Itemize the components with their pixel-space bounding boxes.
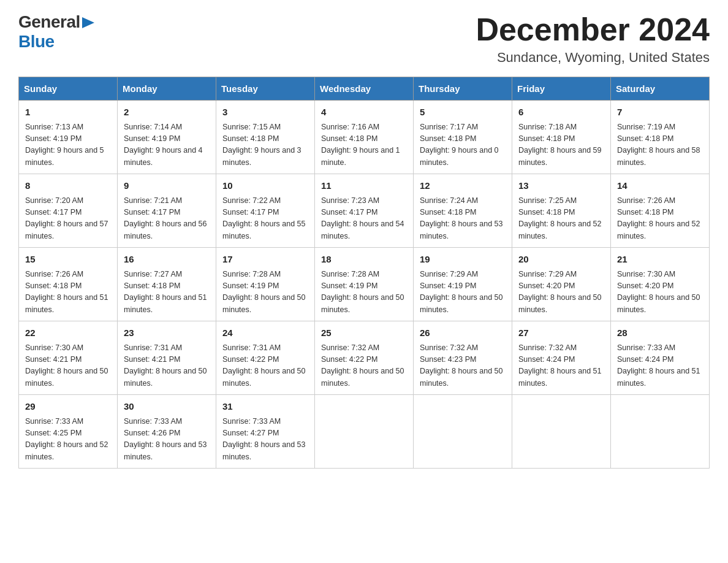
day-number: 7 (617, 105, 703, 120)
calendar-cell: 28Sunrise: 7:33 AMSunset: 4:24 PMDayligh… (611, 321, 710, 395)
calendar-cell (315, 395, 414, 469)
day-number: 11 (321, 179, 407, 193)
day-number: 5 (420, 105, 506, 120)
day-info: Sunrise: 7:19 AMSunset: 4:18 PMDaylight:… (617, 121, 703, 169)
day-info: Sunrise: 7:24 AMSunset: 4:18 PMDaylight:… (420, 195, 506, 243)
day-number: 21 (617, 253, 703, 267)
day-info: Sunrise: 7:29 AMSunset: 4:19 PMDaylight:… (420, 269, 506, 316)
day-number: 12 (420, 179, 506, 193)
weekday-header-monday: Monday (118, 77, 216, 101)
calendar-header-row: SundayMondayTuesdayWednesdayThursdayFrid… (19, 77, 710, 101)
day-info: Sunrise: 7:28 AMSunset: 4:19 PMDaylight:… (222, 269, 308, 316)
day-number: 25 (321, 326, 407, 340)
calendar-cell: 11Sunrise: 7:23 AMSunset: 4:17 PMDayligh… (315, 174, 414, 248)
calendar-cell: 26Sunrise: 7:32 AMSunset: 4:23 PMDayligh… (414, 321, 512, 395)
day-number: 2 (124, 105, 210, 120)
calendar-cell: 22Sunrise: 7:30 AMSunset: 4:21 PMDayligh… (19, 321, 118, 395)
day-info: Sunrise: 7:32 AMSunset: 4:24 PMDaylight:… (518, 342, 604, 390)
day-number: 22 (25, 326, 111, 340)
calendar-cell (611, 395, 710, 469)
day-info: Sunrise: 7:15 AMSunset: 4:18 PMDaylight:… (222, 121, 308, 169)
logo-flag-icon (82, 17, 94, 28)
day-info: Sunrise: 7:33 AMSunset: 4:24 PMDaylight:… (617, 342, 703, 390)
day-number: 23 (124, 326, 210, 340)
calendar-cell: 16Sunrise: 7:27 AMSunset: 4:18 PMDayligh… (118, 248, 216, 321)
calendar-cell: 13Sunrise: 7:25 AMSunset: 4:18 PMDayligh… (512, 174, 611, 248)
day-info: Sunrise: 7:33 AMSunset: 4:26 PMDaylight:… (124, 416, 210, 464)
calendar-cell: 1Sunrise: 7:13 AMSunset: 4:19 PMDaylight… (19, 101, 118, 174)
location: Sundance, Wyoming, United States (476, 50, 710, 66)
day-number: 1 (25, 105, 111, 120)
day-number: 18 (321, 253, 407, 267)
day-number: 20 (518, 253, 604, 267)
logo-general: General (18, 12, 80, 32)
day-number: 31 (222, 400, 308, 414)
day-number: 17 (222, 253, 308, 267)
calendar-week-4: 22Sunrise: 7:30 AMSunset: 4:21 PMDayligh… (19, 321, 710, 395)
calendar-cell: 7Sunrise: 7:19 AMSunset: 4:18 PMDaylight… (611, 101, 710, 174)
day-number: 27 (518, 326, 604, 340)
weekday-header-friday: Friday (512, 77, 611, 101)
calendar-week-1: 1Sunrise: 7:13 AMSunset: 4:19 PMDaylight… (19, 101, 710, 174)
day-info: Sunrise: 7:17 AMSunset: 4:18 PMDaylight:… (420, 121, 506, 169)
day-info: Sunrise: 7:14 AMSunset: 4:19 PMDaylight:… (124, 121, 210, 169)
weekday-header-sunday: Sunday (19, 77, 118, 101)
calendar-cell: 17Sunrise: 7:28 AMSunset: 4:19 PMDayligh… (216, 248, 315, 321)
day-number: 29 (25, 400, 111, 414)
day-info: Sunrise: 7:21 AMSunset: 4:17 PMDaylight:… (124, 195, 210, 243)
calendar-cell: 6Sunrise: 7:18 AMSunset: 4:18 PMDaylight… (512, 101, 611, 174)
weekday-header-saturday: Saturday (611, 77, 710, 101)
day-info: Sunrise: 7:16 AMSunset: 4:18 PMDaylight:… (321, 121, 407, 169)
calendar-cell: 10Sunrise: 7:22 AMSunset: 4:17 PMDayligh… (216, 174, 315, 248)
day-info: Sunrise: 7:13 AMSunset: 4:19 PMDaylight:… (25, 121, 111, 169)
logo-blue: Blue (18, 32, 55, 51)
day-number: 6 (518, 105, 604, 120)
day-info: Sunrise: 7:23 AMSunset: 4:17 PMDaylight:… (321, 195, 407, 243)
day-number: 30 (124, 400, 210, 414)
day-number: 28 (617, 326, 703, 340)
day-number: 14 (617, 179, 703, 193)
day-info: Sunrise: 7:20 AMSunset: 4:17 PMDaylight:… (25, 195, 111, 243)
logo: General Blue (18, 12, 94, 52)
day-number: 9 (124, 179, 210, 193)
day-info: Sunrise: 7:31 AMSunset: 4:21 PMDaylight:… (124, 342, 210, 390)
calendar-cell: 5Sunrise: 7:17 AMSunset: 4:18 PMDaylight… (414, 101, 512, 174)
weekday-header-thursday: Thursday (414, 77, 512, 101)
day-number: 16 (124, 253, 210, 267)
day-number: 8 (25, 179, 111, 193)
day-number: 26 (420, 326, 506, 340)
calendar-cell: 4Sunrise: 7:16 AMSunset: 4:18 PMDaylight… (315, 101, 414, 174)
calendar-cell: 2Sunrise: 7:14 AMSunset: 4:19 PMDaylight… (118, 101, 216, 174)
day-info: Sunrise: 7:33 AMSunset: 4:27 PMDaylight:… (222, 416, 308, 464)
day-number: 13 (518, 179, 604, 193)
calendar-cell: 19Sunrise: 7:29 AMSunset: 4:19 PMDayligh… (414, 248, 512, 321)
calendar-cell: 8Sunrise: 7:20 AMSunset: 4:17 PMDaylight… (19, 174, 118, 248)
day-number: 3 (222, 105, 308, 120)
calendar-cell: 25Sunrise: 7:32 AMSunset: 4:22 PMDayligh… (315, 321, 414, 395)
day-info: Sunrise: 7:33 AMSunset: 4:25 PMDaylight:… (25, 416, 111, 464)
month-title: December 2024 (476, 12, 710, 47)
day-number: 4 (321, 105, 407, 120)
calendar-cell: 29Sunrise: 7:33 AMSunset: 4:25 PMDayligh… (19, 395, 118, 469)
day-number: 24 (222, 326, 308, 340)
calendar-cell: 14Sunrise: 7:26 AMSunset: 4:18 PMDayligh… (611, 174, 710, 248)
calendar-cell: 31Sunrise: 7:33 AMSunset: 4:27 PMDayligh… (216, 395, 315, 469)
weekday-header-tuesday: Tuesday (216, 77, 315, 101)
calendar-cell (512, 395, 611, 469)
calendar-cell: 30Sunrise: 7:33 AMSunset: 4:26 PMDayligh… (118, 395, 216, 469)
day-number: 10 (222, 179, 308, 193)
calendar-week-2: 8Sunrise: 7:20 AMSunset: 4:17 PMDaylight… (19, 174, 710, 248)
calendar-cell: 9Sunrise: 7:21 AMSunset: 4:17 PMDaylight… (118, 174, 216, 248)
day-info: Sunrise: 7:22 AMSunset: 4:17 PMDaylight:… (222, 195, 308, 243)
calendar-table: SundayMondayTuesdayWednesdayThursdayFrid… (18, 77, 710, 469)
day-info: Sunrise: 7:32 AMSunset: 4:23 PMDaylight:… (420, 342, 506, 390)
calendar-cell: 24Sunrise: 7:31 AMSunset: 4:22 PMDayligh… (216, 321, 315, 395)
calendar-cell: 20Sunrise: 7:29 AMSunset: 4:20 PMDayligh… (512, 248, 611, 321)
day-info: Sunrise: 7:30 AMSunset: 4:21 PMDaylight:… (25, 342, 111, 390)
calendar-cell: 15Sunrise: 7:26 AMSunset: 4:18 PMDayligh… (19, 248, 118, 321)
calendar-week-5: 29Sunrise: 7:33 AMSunset: 4:25 PMDayligh… (19, 395, 710, 469)
day-info: Sunrise: 7:26 AMSunset: 4:18 PMDaylight:… (25, 269, 111, 316)
day-info: Sunrise: 7:27 AMSunset: 4:18 PMDaylight:… (124, 269, 210, 316)
day-info: Sunrise: 7:25 AMSunset: 4:18 PMDaylight:… (518, 195, 604, 243)
title-block: December 2024 Sundance, Wyoming, United … (476, 12, 710, 66)
